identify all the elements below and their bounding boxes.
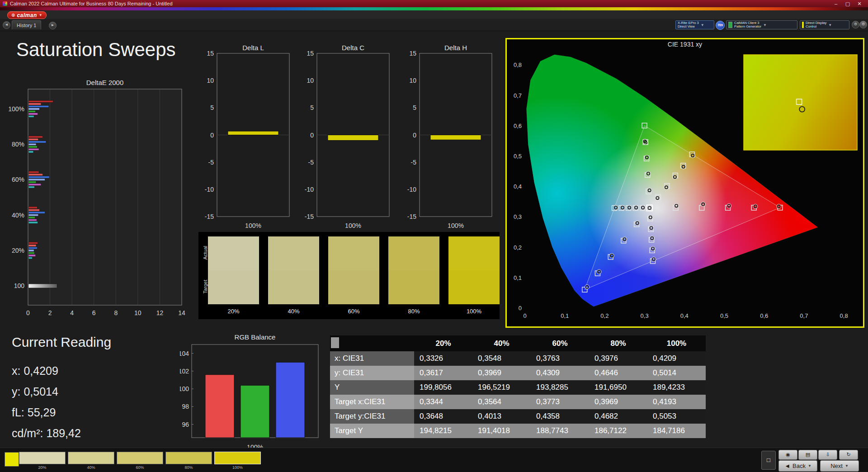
table-cell: 191,4018 — [472, 424, 531, 438]
minimize-button[interactable]: – — [830, 0, 842, 7]
meter-dropdown[interactable]: X-Rite i1Pro 3 Direct View ▼ — [675, 20, 714, 29]
svg-text:100: 100 — [180, 385, 189, 392]
deltae-bar — [28, 143, 36, 146]
svg-text:0,8: 0,8 — [840, 312, 848, 319]
swatch-100%: 100% — [448, 236, 500, 315]
actual-swatch — [208, 236, 259, 270]
row-label: Target Y — [330, 424, 414, 438]
export-icon[interactable]: ⇩ — [818, 450, 837, 460]
deltae-bar — [28, 184, 41, 186]
svg-text:100%: 100% — [8, 105, 24, 113]
svg-text:15: 15 — [409, 50, 416, 57]
svg-text:100%: 100% — [448, 222, 464, 229]
bottom-bar: 20%40%60%80%100% □ ◉ ▤ ⇩ ↻ ◄ Back ▼ Next… — [0, 448, 868, 472]
pattern-window-button[interactable]: □ — [761, 451, 776, 470]
calman-logo-text: calman — [17, 12, 37, 19]
datapoint-thumbnail-100%[interactable]: 100% — [214, 452, 261, 470]
report-icon[interactable]: ▤ — [798, 450, 817, 460]
swatch-label: 40% — [268, 308, 319, 315]
calman-menu-button[interactable]: ⊕ calman ▼ — [7, 11, 47, 19]
table-col-header: 60% — [531, 335, 589, 351]
svg-text:-15: -15 — [407, 213, 416, 220]
deltae-bar — [28, 222, 38, 224]
row-label: y: CIE31 — [330, 366, 414, 380]
datapoint-thumbnail-60%[interactable]: 60% — [117, 452, 163, 470]
svg-text:100: 100 — [14, 282, 25, 289]
svg-text:0: 0 — [413, 132, 416, 139]
deltae-bar — [28, 257, 33, 259]
deltae-bar — [28, 105, 49, 108]
table-corner-square — [331, 337, 339, 348]
datapoint-thumbnail-20%[interactable]: 20% — [19, 452, 66, 470]
svg-text:0,4: 0,4 — [514, 183, 522, 190]
table-corner-cell — [330, 335, 414, 351]
table-cell: 196,5219 — [472, 380, 531, 395]
current-reading-cdm2: cd/m²: 189,42 — [12, 427, 81, 440]
back-button[interactable]: ◄ Back ▼ — [778, 460, 817, 472]
gear-icon[interactable]: ⚙ — [852, 21, 859, 28]
current-patch-swatch — [5, 452, 19, 467]
svg-text:10: 10 — [134, 309, 142, 316]
svg-text:0,6: 0,6 — [760, 312, 768, 319]
table-cell: 193,8285 — [531, 380, 589, 395]
svg-text:0,5: 0,5 — [720, 312, 728, 319]
tab-history-1[interactable]: History 1 — [12, 20, 41, 29]
chevron-down-icon: ▼ — [828, 23, 832, 27]
table-cell: 0,3976 — [589, 351, 647, 366]
rgb-bar-green — [241, 385, 269, 438]
swatch-label: 60% — [328, 308, 379, 315]
delta-l-chart: Delta L151050-5-10-15100% — [203, 44, 297, 232]
chevron-down-icon: ▼ — [808, 464, 811, 468]
svg-text:-10: -10 — [407, 186, 416, 193]
table-cell: 0,3617 — [414, 366, 472, 380]
swatch-panel: Actual Target 20%40%60%80%100% — [198, 232, 500, 319]
capture-chart-icon[interactable]: ◉ — [778, 450, 797, 460]
svg-text:98: 98 — [182, 403, 189, 410]
deltae-bar — [28, 252, 34, 254]
chevron-left-icon: ◄ — [784, 463, 790, 469]
svg-text:8: 8 — [114, 309, 118, 316]
deltae-bar — [28, 108, 39, 110]
next-button[interactable]: Next ▼ — [820, 460, 859, 472]
svg-text:-10: -10 — [205, 186, 214, 193]
current-reading-title: Current Reading — [12, 335, 111, 350]
deltae-bar — [28, 255, 36, 257]
deltae-bar — [28, 181, 36, 184]
window-title: Calman 2022 Calman Ultimate for Business… — [10, 1, 830, 6]
deltae-bar — [28, 284, 57, 288]
table-cell: 0,3969 — [589, 395, 647, 409]
delta-c-chart: Delta C151050-5-10-15100% — [302, 44, 397, 232]
pattern-generator-dropdown[interactable]: CalMAN Client 3 Pattern Generator ▼ — [726, 20, 797, 29]
deltae-bar — [28, 179, 45, 181]
datapoint-thumbnail-80%[interactable]: 80% — [165, 452, 212, 470]
rgb-bar-blue — [276, 362, 305, 438]
tab-bar: ◄ History 1 ► X-Rite i1Pro 3 Direct View… — [0, 19, 868, 31]
history-back-button[interactable]: ◄ — [3, 21, 10, 29]
svg-text:CIE 1931 xy: CIE 1931 xy — [668, 41, 702, 48]
close-button[interactable]: ✕ — [854, 0, 865, 7]
table-cell: 184,7186 — [647, 424, 706, 438]
maximize-button[interactable]: ▢ — [842, 0, 854, 7]
delta_c-bar — [328, 135, 378, 141]
page-title: Saturation Sweeps — [16, 39, 176, 61]
colorspace-709-badge[interactable]: 709 — [716, 21, 725, 30]
meter-mode: Direct View — [678, 25, 699, 28]
cie-zoom-inset — [744, 55, 857, 150]
actual-row-label: Actual — [203, 237, 208, 269]
deltae2000-chart: DeltaE 200002468101214100%80%60%40%20%10… — [0, 79, 194, 335]
settings-gear-icon[interactable]: ⚙ — [859, 21, 867, 28]
svg-text:104: 104 — [180, 350, 189, 357]
history-forward-button[interactable]: ► — [49, 22, 57, 29]
deltae-bar — [28, 110, 36, 113]
actual-swatch — [448, 236, 500, 270]
table-cell: 0,4682 — [589, 409, 647, 424]
display-control-dropdown[interactable]: Direct Display Control ▼ — [800, 20, 849, 29]
datapoint-thumbnail-40%[interactable]: 40% — [68, 452, 114, 470]
table-cell: 191,6950 — [589, 380, 647, 395]
refresh-icon[interactable]: ↻ — [839, 450, 858, 460]
table-cell: 189,4233 — [647, 380, 706, 395]
svg-text:Delta C: Delta C — [342, 44, 364, 52]
cie-1931-panel: CIE 1931 xy00,10,20,30,40,50,60,70,800,1… — [505, 38, 864, 328]
target-row-label: Target — [203, 271, 208, 302]
deltae-bar — [28, 250, 34, 252]
